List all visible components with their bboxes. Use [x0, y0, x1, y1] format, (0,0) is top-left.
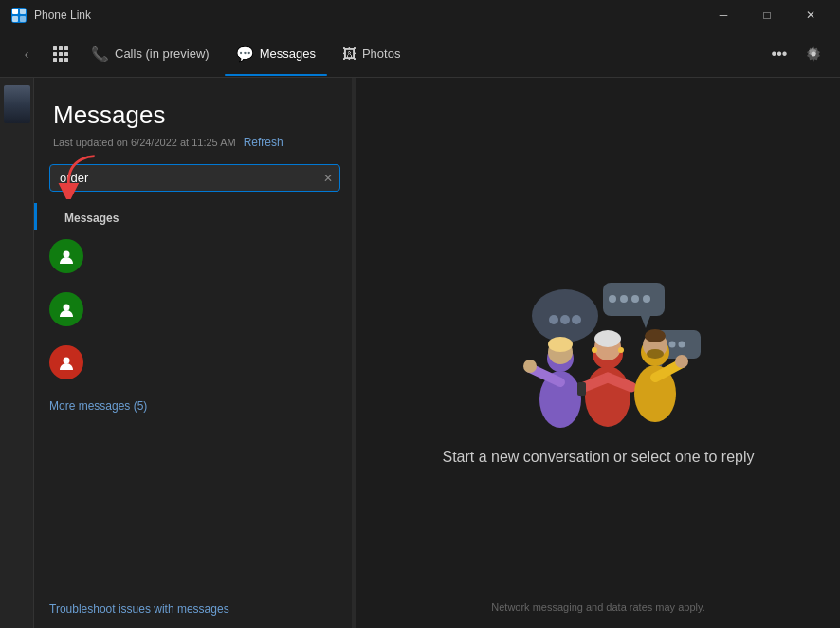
- svg-rect-7: [53, 52, 57, 56]
- svg-point-29: [669, 342, 676, 348]
- panel-title: Messages: [53, 101, 337, 130]
- panel-divider: [352, 78, 356, 628]
- maximize-button[interactable]: □: [745, 0, 789, 30]
- svg-point-30: [679, 342, 685, 348]
- minimize-button[interactable]: ─: [702, 0, 745, 30]
- svg-marker-26: [641, 316, 650, 328]
- more-messages-container: More messages (5): [34, 389, 356, 421]
- svg-point-50: [675, 355, 688, 368]
- network-notice: Network messaging and data rates may app…: [491, 601, 704, 613]
- tab-calls[interactable]: 📞 Calls (in preview): [80, 40, 221, 68]
- svg-point-35: [523, 360, 537, 373]
- title-bar-left: Phone Link: [11, 8, 91, 23]
- svg-point-24: [631, 295, 639, 303]
- svg-point-53: [645, 329, 666, 342]
- svg-rect-11: [59, 58, 63, 62]
- left-panel: Messages Last updated on 6/24/2022 at 11…: [34, 78, 356, 628]
- nav-apps-button[interactable]: [46, 39, 76, 69]
- svg-point-25: [643, 295, 650, 303]
- svg-point-45: [618, 347, 624, 353]
- svg-rect-8: [59, 52, 63, 56]
- list-item[interactable]: [34, 230, 356, 283]
- message-info: [95, 308, 340, 310]
- search-clear-button[interactable]: ✕: [323, 172, 333, 185]
- avatar: [49, 239, 83, 273]
- nav-more-button[interactable]: •••: [764, 39, 794, 69]
- app-icon: [11, 8, 27, 23]
- thumbnail-image: [4, 85, 30, 123]
- svg-point-23: [620, 295, 628, 303]
- svg-rect-3: [20, 16, 26, 22]
- red-arrow-indicator: [53, 152, 110, 199]
- settings-button[interactable]: [798, 39, 829, 69]
- app-title: Phone Link: [34, 9, 91, 22]
- svg-rect-2: [12, 16, 18, 22]
- troubleshoot-button[interactable]: Troubleshoot issues with messages: [49, 602, 229, 616]
- svg-point-22: [609, 295, 616, 303]
- empty-state-illustration: [466, 240, 731, 430]
- refresh-button[interactable]: Refresh: [244, 136, 283, 149]
- svg-point-15: [64, 358, 70, 364]
- svg-rect-46: [577, 382, 586, 396]
- svg-rect-6: [64, 46, 68, 50]
- svg-rect-4: [53, 46, 57, 50]
- svg-point-37: [548, 337, 573, 352]
- list-item[interactable]: [34, 283, 356, 336]
- window-controls: ─ □ ✕: [702, 0, 832, 30]
- svg-point-43: [594, 330, 621, 347]
- svg-rect-0: [12, 9, 18, 14]
- avatar: [49, 345, 83, 379]
- avatar: [49, 292, 83, 326]
- svg-point-14: [64, 305, 70, 311]
- svg-point-13: [64, 251, 70, 258]
- messages-list: Messages: [34, 203, 356, 594]
- sidebar-thumbnail: [0, 78, 34, 628]
- svg-rect-12: [64, 58, 68, 62]
- svg-point-52: [647, 349, 664, 359]
- svg-point-44: [592, 347, 597, 353]
- nav-back-button[interactable]: ‹: [11, 39, 42, 69]
- messages-icon: 💬: [236, 46, 254, 63]
- list-item[interactable]: [34, 336, 356, 389]
- svg-point-19: [572, 315, 581, 324]
- troubleshoot-container: Troubleshoot issues with messages: [34, 594, 356, 628]
- empty-state-text: Start a new conversation or select one t…: [442, 449, 754, 466]
- more-messages-button[interactable]: More messages (5): [49, 399, 147, 413]
- title-bar: Phone Link ─ □ ✕: [0, 0, 840, 30]
- svg-point-17: [549, 315, 558, 324]
- main-layout: Messages Last updated on 6/24/2022 at 11…: [0, 78, 840, 628]
- right-panel: Start a new conversation or select one t…: [356, 78, 840, 628]
- svg-rect-1: [20, 9, 26, 14]
- message-info: [95, 255, 340, 257]
- last-updated-text: Last updated on 6/24/2022 at 11:25 AM: [53, 137, 236, 148]
- svg-point-18: [560, 315, 570, 324]
- svg-rect-10: [53, 58, 57, 62]
- message-info: [95, 361, 340, 363]
- close-button[interactable]: ✕: [789, 0, 832, 30]
- section-header-text: Messages: [52, 212, 119, 225]
- nav-bar: ‹ 📞 Calls (in preview) 💬 Messages 🖼 Phot…: [0, 30, 840, 78]
- panel-header: Messages Last updated on 6/24/2022 at 11…: [34, 78, 356, 160]
- tab-messages[interactable]: 💬 Messages: [225, 40, 327, 68]
- photos-icon: 🖼: [342, 46, 356, 62]
- messages-section-header: Messages: [34, 203, 356, 230]
- calls-icon: 📞: [91, 46, 109, 63]
- svg-rect-9: [64, 52, 68, 56]
- svg-rect-5: [59, 46, 63, 50]
- tab-photos[interactable]: 🖼 Photos: [331, 40, 411, 67]
- last-updated-row: Last updated on 6/24/2022 at 11:25 AM Re…: [53, 136, 337, 149]
